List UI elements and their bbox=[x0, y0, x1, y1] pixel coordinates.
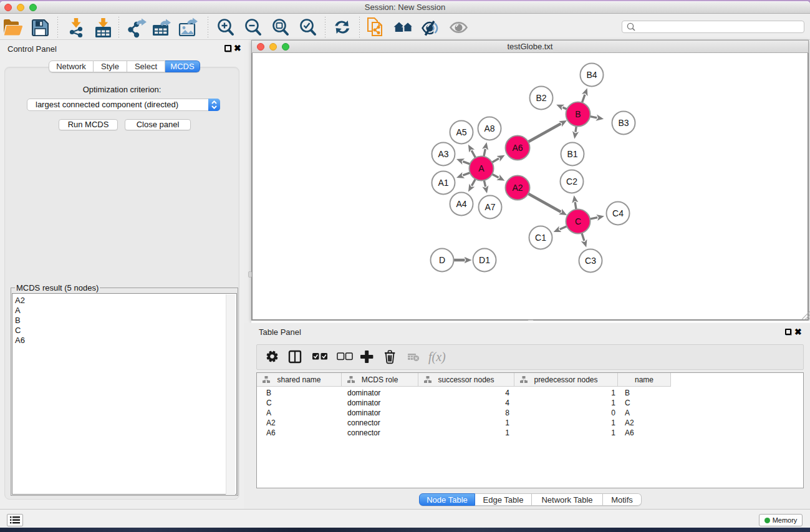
svg-text:C4: C4 bbox=[612, 208, 624, 218]
svg-text:B4: B4 bbox=[586, 70, 597, 80]
svg-text:C1: C1 bbox=[535, 233, 546, 243]
svg-text:B1: B1 bbox=[567, 149, 577, 159]
svg-text:A4: A4 bbox=[456, 199, 466, 209]
svg-text:C3: C3 bbox=[585, 256, 596, 266]
svg-text:A8: A8 bbox=[484, 123, 494, 133]
svg-text:B: B bbox=[575, 109, 581, 119]
svg-text:A5: A5 bbox=[456, 127, 466, 137]
svg-text:D: D bbox=[439, 255, 445, 265]
svg-text:f(x): f(x) bbox=[428, 350, 446, 364]
svg-text:B2: B2 bbox=[536, 93, 546, 103]
svg-text:A1: A1 bbox=[438, 178, 448, 188]
svg-text:B3: B3 bbox=[618, 118, 629, 128]
svg-text:A2: A2 bbox=[512, 183, 523, 193]
svg-text:D1: D1 bbox=[479, 255, 490, 265]
svg-text:A6: A6 bbox=[512, 143, 523, 153]
svg-text:C: C bbox=[575, 216, 581, 226]
svg-text:C2: C2 bbox=[566, 177, 577, 186]
svg-text:A3: A3 bbox=[438, 149, 448, 159]
svg-text:A: A bbox=[478, 163, 485, 173]
svg-text:A7: A7 bbox=[485, 202, 495, 212]
